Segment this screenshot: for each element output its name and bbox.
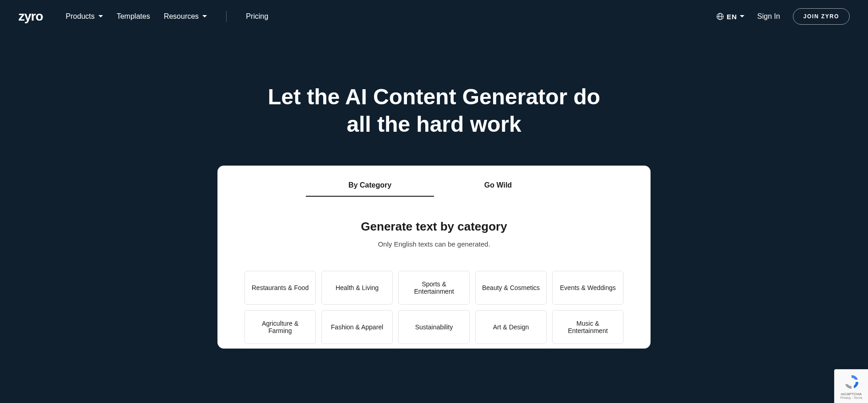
sign-in-label: Sign In: [757, 12, 780, 20]
category-sustainability[interactable]: Sustainability: [398, 310, 470, 344]
category-label: Art & Design: [493, 323, 529, 331]
recaptcha-links: Privacy - Terms: [840, 396, 862, 399]
nav-products-label: Products: [66, 12, 95, 21]
category-label: Sports & Entertainment: [403, 280, 465, 295]
sign-in-link[interactable]: Sign In: [757, 12, 780, 21]
category-agriculture-farming[interactable]: Agriculture & Farming: [244, 310, 316, 344]
card-subtitle: Only English texts can be generated.: [217, 240, 651, 248]
brand-logo[interactable]: zyro: [18, 9, 43, 24]
generator-card: By Category Go Wild Generate text by cat…: [217, 166, 651, 349]
category-label: Beauty & Cosmetics: [482, 284, 540, 291]
language-label: EN: [727, 13, 737, 21]
nav-templates-label: Templates: [117, 12, 150, 21]
category-beauty-cosmetics[interactable]: Beauty & Cosmetics: [475, 271, 547, 305]
category-label: Fashion & Apparel: [331, 323, 383, 331]
category-art-design[interactable]: Art & Design: [475, 310, 547, 344]
category-label: Events & Weddings: [560, 284, 616, 291]
chevron-down-icon: [202, 14, 207, 19]
tab-go-wild[interactable]: Go Wild: [434, 175, 562, 197]
hero-line2: all the hard work: [347, 112, 521, 136]
card-title: Generate text by category: [217, 220, 651, 234]
join-button[interactable]: JOIN ZYRO: [793, 8, 850, 25]
category-music-entertainment[interactable]: Music & Entertainment: [552, 310, 624, 344]
join-label: JOIN ZYRO: [803, 13, 839, 20]
tab-by-category[interactable]: By Category: [306, 175, 434, 197]
nav-resources-label: Resources: [164, 12, 199, 21]
category-label: Health & Living: [336, 284, 379, 291]
category-label: Music & Entertainment: [557, 320, 618, 334]
category-grid: Restaurants & Food Health & Living Sport…: [217, 271, 651, 344]
hero-title: Let the AI Content Generator do all the …: [0, 83, 868, 138]
tab-go-wild-label: Go Wild: [484, 181, 512, 189]
hero-line1: Let the AI Content Generator do: [268, 85, 600, 109]
tabs: By Category Go Wild: [217, 175, 651, 197]
language-picker[interactable]: EN: [716, 13, 744, 21]
category-sports-entertainment[interactable]: Sports & Entertainment: [398, 271, 470, 305]
main-nav: Products Templates Resources Pricing: [66, 11, 717, 22]
brand-name: zyro: [18, 9, 43, 24]
nav-divider: [226, 11, 227, 22]
chevron-down-icon: [740, 14, 744, 19]
nav-pricing-label: Pricing: [246, 12, 268, 21]
header: zyro Products Templates Resources Pricin…: [0, 0, 868, 33]
tab-by-category-label: By Category: [348, 181, 391, 189]
header-right: EN Sign In JOIN ZYRO: [716, 8, 850, 25]
nav-templates[interactable]: Templates: [117, 12, 150, 21]
recaptcha-icon: [843, 374, 860, 390]
category-health-living[interactable]: Health & Living: [321, 271, 393, 305]
hero: Let the AI Content Generator do all the …: [0, 33, 868, 138]
nav-pricing[interactable]: Pricing: [246, 12, 268, 21]
recaptcha-badge[interactable]: reCAPTCHA Privacy - Terms: [834, 369, 868, 403]
recaptcha-label: reCAPTCHA: [841, 392, 862, 396]
category-events-weddings[interactable]: Events & Weddings: [552, 271, 624, 305]
category-label: Agriculture & Farming: [250, 320, 311, 334]
globe-icon: [716, 13, 724, 20]
category-label: Restaurants & Food: [252, 284, 309, 291]
category-restaurants-food[interactable]: Restaurants & Food: [244, 271, 316, 305]
chevron-down-icon: [98, 14, 103, 19]
category-fashion-apparel[interactable]: Fashion & Apparel: [321, 310, 393, 344]
category-label: Sustainability: [415, 323, 453, 331]
nav-resources[interactable]: Resources: [164, 12, 207, 21]
nav-products[interactable]: Products: [66, 12, 103, 21]
